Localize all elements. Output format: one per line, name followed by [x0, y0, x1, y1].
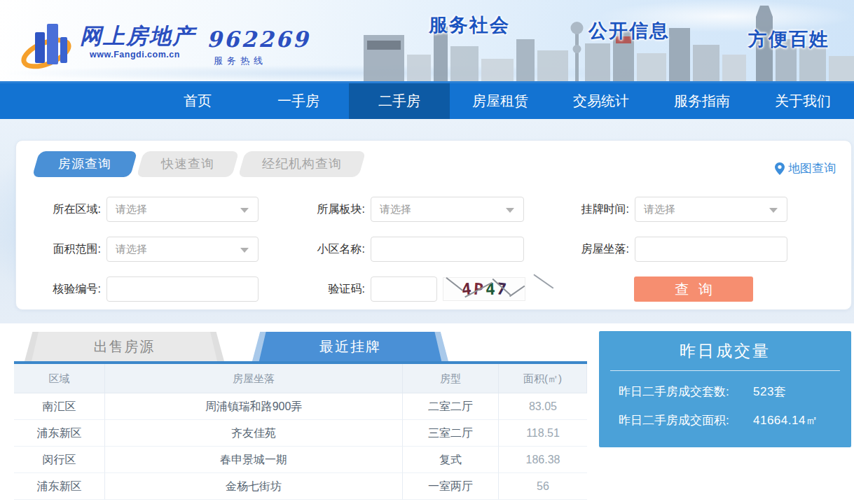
field-label: 所在区域: — [27, 202, 101, 217]
area-range-select[interactable]: 请选择 — [106, 237, 259, 262]
cell-region: 浦东新区 — [14, 420, 105, 447]
chevron-down-icon — [240, 208, 249, 213]
captcha-image[interactable]: 4 P 4 7 — [443, 277, 525, 301]
cell-area: 118.51 — [499, 420, 587, 447]
tab-for-sale-listings[interactable]: 出售房源 — [25, 332, 224, 361]
chevron-down-icon — [506, 208, 514, 213]
nav-item-rental[interactable]: 房屋租赁 — [450, 83, 551, 119]
field-listing-time: 挂牌时间: 请选择 — [556, 197, 787, 222]
field-label: 面积范围: — [27, 242, 101, 257]
tab-label: 出售房源 — [25, 332, 224, 361]
nav-item-new-homes[interactable]: 一手房 — [248, 83, 349, 119]
cell-location: 周浦镇瑞和路900弄 — [105, 393, 403, 420]
tab-listing-search[interactable]: 房源查询 — [32, 151, 138, 177]
stats-separator — [610, 370, 840, 371]
nav-item-home[interactable]: 首页 — [147, 83, 248, 119]
select-placeholder: 请选择 — [116, 203, 147, 216]
site-header: 网上房地产 www.Fangdi.com.cn 962269 服务热线 服务社会… — [0, 0, 854, 81]
tab-quick-search[interactable]: 快速查询 — [137, 151, 240, 177]
slogan-convenience: 方便百姓 — [748, 27, 829, 52]
field-community-name: 小区名称: — [291, 237, 524, 262]
page: 网上房地产 www.Fangdi.com.cn 962269 服务热线 服务社会… — [0, 0, 854, 504]
cell-area: 83.05 — [499, 393, 587, 420]
tab-label: 房源查询 — [36, 151, 134, 177]
tab-label: 经纪机构查询 — [242, 151, 362, 177]
nav-item-second-hand[interactable]: 二手房 — [349, 83, 450, 119]
select-placeholder: 请选择 — [380, 203, 411, 216]
field-region: 所在区域: 请选择 — [27, 197, 259, 222]
tab-agency-search[interactable]: 经纪机构查询 — [238, 151, 366, 177]
listing-time-select[interactable]: 请选择 — [635, 197, 787, 222]
select-placeholder: 请选择 — [644, 203, 675, 216]
cell-area: 56 — [499, 473, 587, 500]
column-header-area: 面积(㎡) — [499, 364, 587, 393]
stats-panel-title: 昨日成交量 — [599, 340, 851, 362]
site-name: 网上房地产 — [80, 24, 195, 48]
table-row[interactable]: 浦东新区 金杨七街坊 一室两厅 56 — [14, 473, 587, 500]
cell-type: 一室两厅 — [403, 473, 499, 500]
stats-row-units: 昨日二手房成交套数: 523套 — [619, 384, 851, 400]
captcha-input[interactable] — [371, 276, 437, 302]
slogan-serve-society: 服务社会 — [429, 13, 510, 38]
field-area-range: 面积范围: 请选择 — [27, 237, 259, 262]
field-captcha: 验证码: 4 P 4 7 — [291, 276, 525, 302]
table-row[interactable]: 浦东新区 齐友佳苑 三室二厅 118.51 — [14, 420, 587, 447]
nav-list: 首页 一手房 二手房 房屋租赁 交易统计 服务指南 关于我们 — [147, 83, 853, 119]
house-location-input[interactable] — [635, 237, 787, 262]
search-panel: 房源查询 快速查询 经纪机构查询 地图查询 所在区域: — [15, 140, 852, 310]
nav-item-service-guide[interactable]: 服务指南 — [652, 83, 752, 119]
map-pin-icon — [775, 162, 785, 175]
site-logo[interactable]: 网上房地产 www.Fangdi.com.cn 962269 服务热线 — [21, 18, 310, 74]
main-nav: 首页 一手房 二手房 房屋租赁 交易统计 服务指南 关于我们 — [0, 83, 854, 119]
cell-type: 二室二厅 — [403, 393, 499, 420]
cell-region: 南汇区 — [14, 393, 105, 420]
field-label: 验证码: — [291, 282, 365, 297]
stats-value: 523套 — [753, 384, 786, 400]
stats-label: 昨日二手房成交套数: — [619, 384, 753, 400]
yesterday-transactions-panel: 昨日成交量 昨日二手房成交套数: 523套 昨日二手房成交面积: 41664.1… — [599, 331, 851, 447]
service-hotline: 962269 服务热线 — [207, 18, 310, 74]
slogan-open-information: 公开信息 — [588, 18, 670, 43]
tab-label: 最近挂牌 — [252, 332, 448, 361]
table-header-row: 区域 房屋坐落 房型 面积(㎡) — [14, 364, 587, 393]
site-url: www.Fangdi.com.cn — [90, 50, 195, 59]
stats-row-area: 昨日二手房成交面积: 41664.14㎡ — [619, 412, 851, 428]
community-name-input[interactable] — [371, 237, 524, 262]
logo-buildings-icon — [21, 18, 76, 74]
stats-value: 41664.14㎡ — [753, 412, 818, 428]
listings-table: 区域 房屋坐落 房型 面积(㎡) 南汇区 周浦镇瑞和路900弄 二室二厅 83.… — [14, 364, 587, 500]
table-row[interactable]: 闵行区 春申景城一期 复式 186.38 — [14, 447, 587, 473]
cell-area: 186.38 — [499, 447, 587, 473]
tab-recent-listings[interactable]: 最近挂牌 — [252, 332, 448, 361]
cell-location: 金杨七街坊 — [105, 473, 403, 500]
field-label: 挂牌时间: — [556, 202, 629, 217]
region-select[interactable]: 请选择 — [106, 197, 259, 222]
nav-item-statistics[interactable]: 交易统计 — [551, 83, 652, 119]
hotline-number: 962269 — [207, 27, 310, 52]
nav-item-about-us[interactable]: 关于我们 — [752, 83, 853, 119]
plate-select[interactable]: 请选择 — [371, 197, 524, 222]
cell-region: 浦东新区 — [14, 473, 105, 500]
select-placeholder: 请选择 — [116, 243, 147, 256]
search-tabs: 房源查询 快速查询 经纪机构查询 — [36, 151, 369, 177]
check-number-input[interactable] — [106, 276, 259, 302]
column-header-type: 房型 — [403, 364, 499, 393]
tab-label: 快速查询 — [140, 151, 235, 177]
cell-type: 三室二厅 — [403, 420, 499, 447]
captcha-noise-line — [509, 286, 525, 297]
cell-location: 春申景城一期 — [105, 447, 403, 473]
captcha-noise-line — [534, 274, 554, 288]
search-button[interactable]: 查询 — [634, 276, 753, 302]
table-row[interactable]: 南汇区 周浦镇瑞和路900弄 二室二厅 83.05 — [14, 393, 587, 420]
cell-region: 闵行区 — [14, 447, 105, 473]
cell-location: 齐友佳苑 — [105, 420, 403, 447]
field-plate: 所属板块: 请选择 — [291, 197, 524, 222]
stats-label: 昨日二手房成交面积: — [619, 412, 753, 428]
field-label: 所属板块: — [291, 202, 365, 217]
cell-type: 复式 — [403, 447, 499, 473]
column-header-location: 房屋坐落 — [105, 364, 403, 393]
field-label: 房屋坐落: — [556, 242, 629, 257]
hotline-label: 服务热线 — [214, 55, 310, 67]
map-search-link[interactable]: 地图查询 — [775, 160, 836, 176]
field-label: 核验编号: — [27, 282, 101, 297]
